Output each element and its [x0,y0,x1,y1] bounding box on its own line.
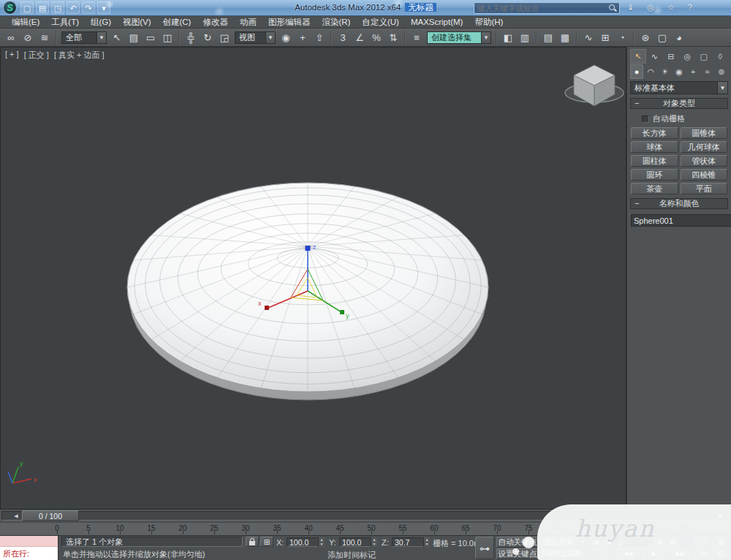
tab-create[interactable]: ↖ [630,49,646,64]
object-type-button[interactable]: 茶壶 [631,183,678,194]
category-geometry[interactable]: ● [630,64,643,79]
collapse-icon[interactable]: − [635,199,639,208]
category-lights[interactable]: ☀ [659,64,672,79]
rendered-frame-icon[interactable]: ▢ [654,30,670,45]
category-cameras[interactable]: ◉ [673,64,686,79]
tab-motion[interactable]: ◎ [680,49,696,64]
curve-editor-icon[interactable]: ∿ [580,30,596,45]
selection-filter-dropdown[interactable]: 全部▼ [61,31,107,44]
prev-frame-arrow[interactable]: ◀ [12,511,20,521]
menu-item[interactable]: MAXScript(M) [405,16,469,28]
menu-item[interactable]: 自定义(U) [356,16,404,28]
chevron-down-icon[interactable]: ▼ [481,32,491,43]
absolute-offset-toggle[interactable]: ⊞ [260,537,273,547]
keyboard-override-icon[interactable]: ⇧ [311,30,327,45]
select-and-move-icon[interactable]: ╬ [183,30,199,45]
category-helpers[interactable]: + [686,64,700,79]
select-and-manipulate-icon[interactable]: + [295,30,311,45]
object-name-input[interactable] [631,214,731,227]
favorites-star-icon[interactable]: ☆ [667,3,675,12]
autogrid-checkbox[interactable] [642,116,649,123]
layer-manager-icon[interactable]: ▤ [540,30,556,45]
menu-item[interactable]: 修改器 [197,16,234,28]
window-crossing-icon[interactable]: ◫ [159,30,175,45]
object-type-button[interactable]: 圆环 [631,169,678,181]
spinner-snap-icon[interactable]: ⇅ [385,30,401,45]
object-type-button[interactable]: 平面 [681,183,728,194]
select-and-scale-icon[interactable]: ◲ [216,30,232,45]
menu-item[interactable]: 工具(T) [45,16,85,28]
snap-toggle-icon[interactable]: 3 [335,30,351,45]
select-object-icon[interactable]: ↖ [109,30,125,45]
render-setup-icon[interactable]: ⊛ [637,30,654,45]
select-by-name-icon[interactable]: ▤ [126,30,142,45]
tab-display[interactable]: ▢ [696,49,712,64]
tab-modify[interactable]: ∿ [647,49,663,64]
select-and-rotate-icon[interactable]: ↻ [200,30,216,45]
menu-item[interactable]: 渲染(R) [316,16,356,28]
menu-item[interactable]: 编辑(E) [6,16,45,28]
viewport[interactable]: [ + ] [ 正交 ] [ 真实 + 边面 ] [0,47,626,510]
select-and-link-icon[interactable]: ∞ [3,30,19,45]
object-type-button[interactable]: 管状体 [681,155,728,167]
object-type-button[interactable]: 几何球体 [681,141,728,153]
name-color-rollout-header[interactable]: − 名称和颜色 [630,198,728,209]
object-type-rollout-header[interactable]: − 对象类型 [630,98,728,109]
tab-utilities[interactable]: ◊ [713,49,729,64]
material-editor-icon[interactable]: ◔ [614,30,630,45]
use-pivot-center-icon[interactable]: ◉ [278,30,294,45]
search-input[interactable] [474,4,607,12]
selection-lock-toggle[interactable] [246,537,259,547]
category-systems[interactable]: ⊛ [715,64,728,79]
reference-coordinate-dropdown[interactable]: 视图▼ [235,31,276,44]
rect-selection-region-icon[interactable]: ▭ [143,30,159,45]
viewport-pov-label[interactable]: [ 正交 ] [24,50,49,61]
viewport-canvas[interactable]: z x y [1,48,626,509]
save-file-icon[interactable]: ◳ [51,1,64,14]
angle-snap-icon[interactable]: ∠ [352,30,368,45]
viewcube[interactable] [565,65,624,106]
menu-item[interactable]: 图形编辑器 [262,16,317,28]
bind-to-space-warp-icon[interactable]: ≋ [37,30,53,45]
percent-snap-icon[interactable]: % [368,30,385,45]
app-logo-icon[interactable]: S [3,1,17,15]
menu-item[interactable]: 帮助(H) [469,16,509,28]
object-type-button[interactable]: 长方体 [631,127,678,139]
tab-hierarchy[interactable]: ⊟ [663,49,679,64]
sign-in-icon[interactable]: ⇓ [627,3,634,12]
category-space-warps[interactable]: ≈ [700,64,713,79]
graphite-ribbon-icon[interactable]: ▦ [557,30,573,45]
y-spinner[interactable]: ▲▼ [371,537,377,547]
mirror-icon[interactable]: ◧ [500,30,516,45]
viewport-shading-label[interactable]: [ 真实 + 边面 ] [54,50,105,61]
x-spinner[interactable]: ▲▼ [318,537,325,547]
edit-named-sets-icon[interactable]: ≡ [409,30,425,45]
search-icon[interactable] [607,4,618,12]
object-type-button[interactable]: 圆锥体 [681,127,728,139]
object-type-button[interactable]: 球体 [631,141,678,153]
menu-item[interactable]: 动画 [234,16,262,28]
chevron-down-icon[interactable]: ▼ [265,32,275,43]
viewport-general-label[interactable]: [ + ] [5,50,19,61]
menu-item[interactable]: 组(G) [85,16,117,28]
menu-item[interactable]: 视图(V) [117,16,156,28]
macro-recorder-pane[interactable] [0,536,58,547]
render-production-icon[interactable]: ◕ [671,30,687,45]
chevron-down-icon[interactable]: ▼ [96,32,106,43]
undo-icon[interactable]: ↶ [67,1,80,14]
maxscript-mini-listener[interactable]: 所在行: [0,536,58,560]
collapse-icon[interactable]: − [635,99,639,107]
object-type-button[interactable]: 圆柱体 [631,155,678,167]
menu-item[interactable]: 创建(C) [156,16,197,28]
schematic-view-icon[interactable]: ⊞ [597,30,613,45]
category-shapes[interactable]: ◠ [644,64,657,79]
open-file-icon[interactable]: ▤ [36,1,49,14]
redo-icon[interactable]: ↷ [82,1,95,14]
z-spinner[interactable]: ▲▼ [423,537,430,547]
unlink-selection-icon[interactable]: ⊘ [20,30,36,45]
help-icon[interactable]: ? [688,3,692,12]
chevron-down-icon[interactable]: ▼ [717,82,727,94]
new-scene-icon[interactable]: ▢ [20,1,34,14]
add-time-tag[interactable]: 添加时间标记 [327,550,376,560]
time-slider-handle[interactable]: 0 / 100 [22,510,79,521]
